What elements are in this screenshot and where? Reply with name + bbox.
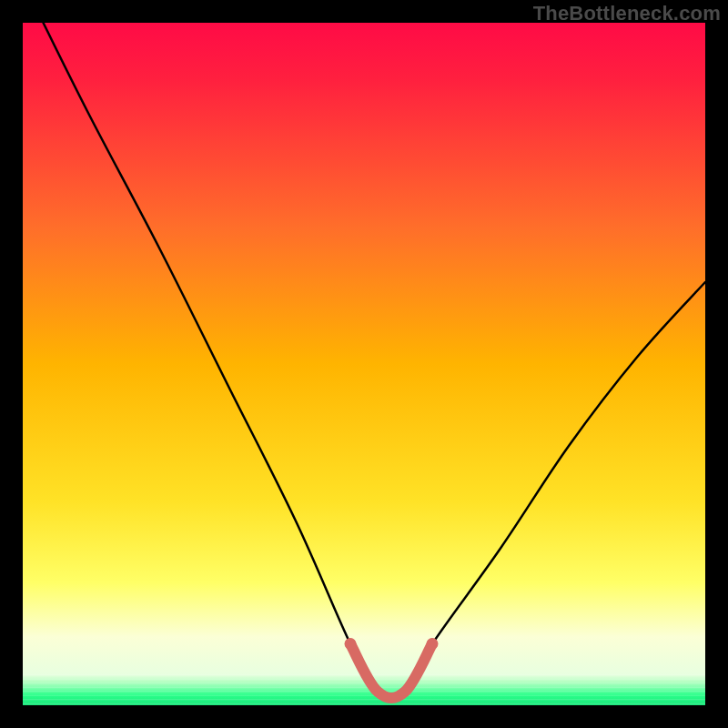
chart-frame: TheBottleneck.com — [0, 0, 728, 728]
bottom-stripe — [23, 699, 705, 700]
bottom-stripe — [23, 703, 705, 704]
chart-svg — [23, 23, 705, 705]
watermark-text: TheBottleneck.com — [533, 2, 721, 25]
bottom-stripe — [23, 682, 705, 683]
plot-area — [23, 23, 705, 705]
bottom-stripe — [23, 695, 705, 696]
bottom-stripe — [23, 687, 705, 688]
highlight-start-dot — [345, 638, 357, 650]
highlight-end-dot — [427, 638, 439, 650]
bottom-stripe — [23, 691, 705, 692]
gradient-background — [23, 23, 705, 705]
